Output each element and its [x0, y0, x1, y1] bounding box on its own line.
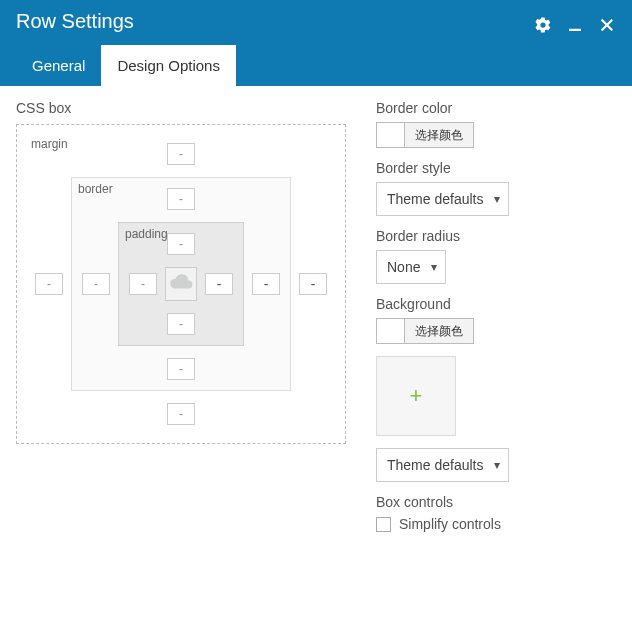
border-radius-label: Border radius [376, 228, 616, 244]
simplify-controls-label: Simplify controls [399, 516, 501, 532]
border-right-input[interactable] [252, 273, 280, 295]
margin-bottom-input[interactable] [167, 403, 195, 425]
simplify-checkbox[interactable] [376, 517, 391, 532]
margin-right-input[interactable] [299, 273, 327, 295]
border-left-input[interactable] [82, 273, 110, 295]
add-background-image[interactable]: + [376, 356, 456, 436]
border-color-picker[interactable]: 选择颜色 [376, 122, 474, 148]
gear-icon[interactable] [534, 16, 552, 34]
border-radius-select[interactable]: None [376, 250, 446, 284]
border-style-label: Border style [376, 160, 616, 176]
margin-top-input[interactable] [167, 143, 195, 165]
background-color-swatch[interactable] [377, 319, 405, 343]
padding-left-input[interactable] [129, 273, 157, 295]
border-color-button[interactable]: 选择颜色 [405, 123, 473, 147]
border-color-row: Border color 选择颜色 [376, 100, 616, 148]
background-color-picker[interactable]: 选择颜色 [376, 318, 474, 344]
border-top-input[interactable] [167, 188, 195, 210]
header-actions [534, 16, 616, 34]
content-box [165, 267, 197, 301]
border-style-row: Border style Theme defaults [376, 160, 616, 216]
border-radius-value: None [387, 259, 420, 275]
border-style-select[interactable]: Theme defaults [376, 182, 509, 216]
border-box: border padding [71, 177, 291, 391]
border-color-swatch[interactable] [377, 123, 405, 147]
modal-title: Row Settings [16, 10, 134, 39]
border-bottom-input[interactable] [167, 358, 195, 380]
modal-header: Row Settings [0, 0, 632, 39]
border-style-value: Theme defaults [387, 191, 484, 207]
margin-box: margin border padding [25, 133, 337, 435]
css-box-section: CSS box margin border padding [16, 100, 346, 544]
svg-rect-0 [569, 28, 581, 30]
background-row: Background 选择颜色 [376, 296, 616, 344]
margin-label: margin [31, 137, 68, 151]
box-controls-row: Box controls Simplify controls [376, 494, 616, 532]
cloud-icon [168, 272, 194, 296]
padding-label: padding [125, 227, 168, 241]
tab-design-options[interactable]: Design Options [101, 45, 236, 86]
css-box-title: CSS box [16, 100, 346, 116]
border-label: border [78, 182, 113, 196]
background-color-button[interactable]: 选择颜色 [405, 319, 473, 343]
margin-left-input[interactable] [35, 273, 63, 295]
close-icon[interactable] [598, 16, 616, 34]
border-color-label: Border color [376, 100, 616, 116]
tab-bar: General Design Options [0, 39, 632, 86]
background-style-select[interactable]: Theme defaults [376, 448, 509, 482]
background-style-value: Theme defaults [387, 457, 484, 473]
simplify-controls-row: Simplify controls [376, 516, 616, 532]
background-label: Background [376, 296, 616, 312]
background-style-row: Theme defaults [376, 448, 616, 482]
padding-box: padding [118, 222, 244, 346]
tab-general[interactable]: General [16, 45, 101, 86]
padding-top-input[interactable] [167, 233, 195, 255]
css-box-diagram: margin border padding [16, 124, 346, 444]
box-controls-label: Box controls [376, 494, 616, 510]
padding-right-input[interactable] [205, 273, 233, 295]
plus-icon: + [410, 383, 423, 409]
modal-body: CSS box margin border padding [0, 86, 632, 558]
padding-bottom-input[interactable] [167, 313, 195, 335]
design-controls: Border color 选择颜色 Border style Theme def… [376, 100, 616, 544]
border-radius-row: Border radius None [376, 228, 616, 284]
minimize-icon[interactable] [566, 16, 584, 34]
